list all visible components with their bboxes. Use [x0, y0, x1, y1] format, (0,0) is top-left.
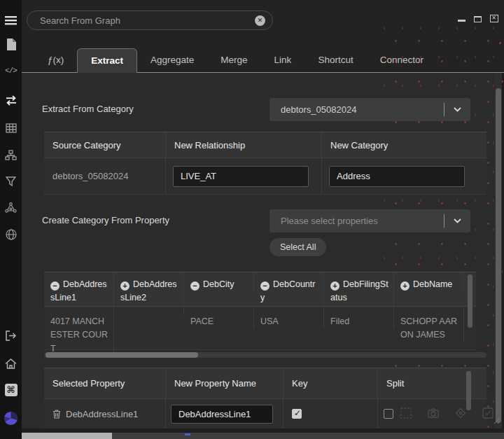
menu-icon[interactable]: [0, 13, 22, 28]
property-table-vertical-scrollbar[interactable]: [468, 274, 472, 328]
network-graph-icon[interactable]: [0, 200, 22, 215]
tab-connector[interactable]: Connector: [367, 48, 437, 72]
bottom-scrollbar-area: [22, 428, 504, 439]
property-name: DebAddressLine1: [50, 279, 107, 302]
mapping-table-vertical-scrollbar[interactable]: [466, 371, 471, 410]
target-location-icon[interactable]: [455, 407, 466, 419]
hierarchy-icon[interactable]: [0, 147, 22, 162]
property-value-cell: PACE: [184, 307, 254, 328]
create-category-label: Create Category From Property: [42, 215, 169, 225]
minimize-button[interactable]: [457, 15, 466, 22]
property-sample-row: 4017 MANCHESTER COURT PACE USA Filed SCH…: [44, 307, 476, 350]
table-grid-icon[interactable]: [0, 120, 22, 136]
app-window: </> ⌘: [0, 0, 504, 439]
sidebar: </> ⌘: [0, 0, 22, 439]
selected-property-value: DebAddressLine1: [66, 409, 138, 419]
property-table: −DebAddressLine1 +DebAddressLine2 −DebCi…: [44, 272, 476, 350]
tab-link[interactable]: Link: [261, 48, 305, 72]
selection-region-icon[interactable]: [400, 407, 412, 419]
selected-property-cell: DebAddressLine1: [44, 399, 166, 428]
relationship-table: Source Category New Relationship New Cat…: [44, 132, 486, 195]
sign-out-icon[interactable]: [0, 328, 22, 343]
category-dropdown[interactable]: debtors_05082024: [270, 98, 470, 121]
property-name: DebFilingStatus: [330, 279, 388, 302]
property-column-header[interactable]: +DebAddressLine2: [114, 272, 184, 305]
mapping-table: Selected Property New Property Name Key …: [44, 368, 486, 428]
filter-icon[interactable]: [0, 174, 22, 189]
relationship-table-header: Source Category New Relationship New Cat…: [44, 132, 486, 158]
property-name: DebAddressLine2: [120, 279, 177, 302]
window-controls: ✕: [457, 15, 498, 22]
category-dropdown-value: debtors_05082024: [281, 104, 444, 115]
chevron-down-icon: [454, 107, 461, 112]
search-bar: ✕: [27, 11, 273, 30]
tab-extract[interactable]: Extract: [77, 48, 137, 73]
new-relationship-cell: [166, 158, 322, 194]
minus-circle-icon: −: [50, 281, 59, 291]
new-relationship-input[interactable]: [173, 166, 309, 187]
close-button[interactable]: ✕: [489, 15, 498, 22]
maximize-button[interactable]: [473, 15, 482, 22]
command-icon[interactable]: ⌘: [0, 382, 22, 398]
property-column-header[interactable]: −DebCountry: [254, 272, 324, 305]
tab-shortcut[interactable]: Shortcut: [304, 48, 366, 72]
column-header: New Property Name: [166, 368, 284, 398]
select-all-button[interactable]: Select All: [270, 238, 326, 256]
code-icon[interactable]: </>: [0, 63, 22, 78]
camera-icon[interactable]: [428, 407, 439, 419]
horizontal-scrollbar-thumb[interactable]: [46, 352, 198, 358]
search-input[interactable]: [38, 15, 255, 27]
property-column-header[interactable]: −DebAddressLine1: [44, 272, 114, 305]
property-value-cell: 4017 MANCHESTER COURT: [44, 307, 114, 356]
swap-arrows-icon[interactable]: [0, 92, 22, 108]
property-value-cell: USA: [254, 307, 324, 328]
source-category-cell: debtors_05082024: [44, 158, 166, 194]
property-column-header[interactable]: +DebName: [394, 272, 464, 291]
split-checkbox[interactable]: [384, 409, 393, 419]
tab-aggregate[interactable]: Aggregate: [137, 48, 207, 72]
property-table-header: −DebAddressLine1 +DebAddressLine2 −DebCi…: [44, 272, 476, 307]
document-icon[interactable]: [0, 36, 22, 52]
column-header: Selected Property: [44, 368, 166, 398]
key-checkbox[interactable]: [292, 409, 302, 419]
properties-dropdown-placeholder: Please select properties: [281, 216, 444, 226]
trash-icon[interactable]: [52, 409, 61, 419]
main-scrollbar-thumb[interactable]: [496, 88, 501, 423]
brand-logo-icon[interactable]: [0, 410, 22, 426]
globe-icon[interactable]: [0, 227, 22, 242]
capture-overlay-toolbar: [400, 407, 493, 419]
property-name: DebName: [413, 279, 452, 289]
new-property-name-input[interactable]: [171, 405, 273, 424]
minus-circle-icon: −: [190, 281, 200, 291]
plus-circle-icon: +: [120, 281, 130, 291]
mapping-table-header: Selected Property New Property Name Key …: [44, 368, 486, 399]
new-category-input[interactable]: [329, 166, 465, 187]
plus-circle-icon: +: [400, 281, 410, 291]
property-name: DebCity: [203, 279, 234, 289]
bottom-edge-accent: [185, 433, 190, 435]
chevron-down-icon: [454, 218, 461, 223]
column-header: Source Category: [44, 132, 166, 158]
new-property-name-cell: [166, 399, 284, 428]
tab-fx[interactable]: ƒ(x): [34, 48, 77, 72]
clear-search-icon[interactable]: ✕: [255, 15, 265, 26]
table-row: debtors_05082024: [44, 158, 486, 195]
bottom-scrollbar-thumb[interactable]: [22, 433, 112, 439]
property-value-cell: SCHOPP AARON JAMES: [394, 307, 464, 342]
column-header: New Relationship: [166, 132, 322, 158]
property-table-horizontal-scrollbar[interactable]: [44, 352, 486, 358]
property-column-header[interactable]: +DebFilingStatus: [324, 272, 394, 305]
property-column-header[interactable]: −DebCity: [184, 272, 254, 291]
properties-dropdown[interactable]: Please select properties: [270, 209, 470, 232]
dropdown-divider: [444, 214, 444, 228]
source-category-value: debtors_05082024: [52, 171, 128, 181]
home-icon[interactable]: [0, 356, 22, 371]
plus-circle-icon: +: [330, 281, 340, 291]
tab-merge[interactable]: Merge: [207, 48, 260, 72]
tab-bar: ƒ(x) Extract Aggregate Merge Link Shortc…: [22, 39, 504, 73]
new-category-cell: [322, 158, 486, 194]
property-value-cell: Filed: [324, 307, 394, 328]
dropdown-divider: [444, 103, 444, 116]
column-header: Key: [284, 368, 378, 398]
resize-handle[interactable]: [491, 415, 500, 424]
